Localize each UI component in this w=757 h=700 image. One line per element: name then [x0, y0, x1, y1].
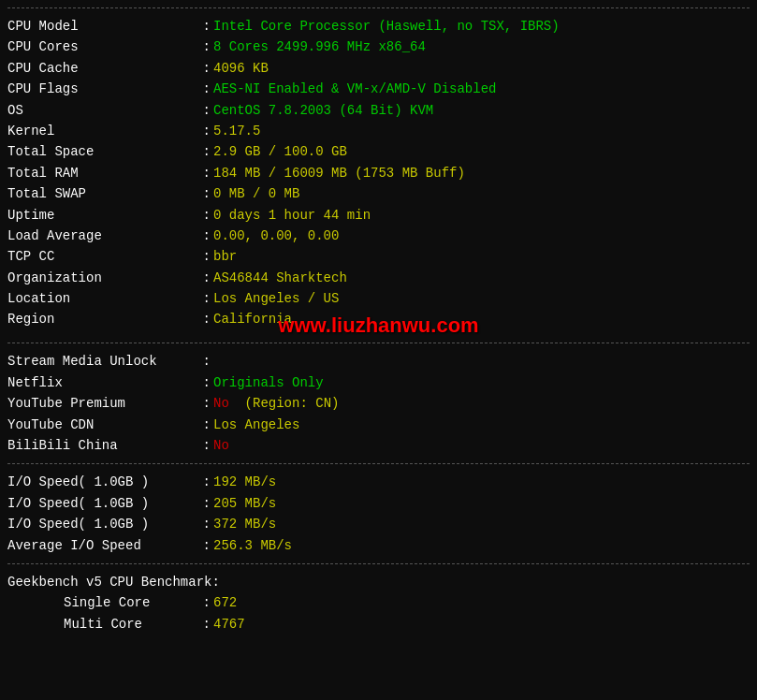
table-row: Netflix : Originals Only [7, 372, 750, 393]
table-row: CPU Cache : 4096 KB [7, 58, 750, 79]
table-row: OS : CentOS 7.8.2003 (64 Bit) KVM [7, 100, 750, 121]
colon: : [195, 472, 213, 492]
load-avg-label: Load Average [7, 226, 195, 246]
region-label: Region [7, 309, 195, 335]
cpu-cores-value: 8 Cores 2499.996 MHz x86_64 [213, 36, 426, 57]
colon: : [195, 493, 213, 514]
multi-core-value: 4767 [213, 614, 245, 634]
table-row: Stream Media Unlock : [7, 351, 750, 372]
table-row: I/O Speed( 1.0GB ) : 372 MB/s [7, 514, 750, 534]
table-row: BiliBili China : No [7, 435, 750, 456]
cpu-cache-value: 4096 KB [213, 58, 269, 79]
divider-top [7, 7, 750, 8]
colon: : [195, 288, 213, 309]
io1-value: 192 MB/s [213, 472, 276, 492]
cpu-cache-label: CPU Cache [7, 58, 195, 79]
table-row: Total Space : 2.9 GB / 100.0 GB [7, 141, 750, 162]
colon: : [195, 58, 213, 79]
watermark: www.liuzhanwu.com [278, 309, 478, 342]
os-value: CentOS 7.8.2003 (64 Bit) KVM [213, 100, 433, 121]
table-row: Total SWAP : 0 MB / 0 MB [7, 183, 750, 204]
colon: : [195, 351, 213, 372]
total-swap-label: Total SWAP [7, 183, 195, 204]
cpu-flags-label: CPU Flags [7, 79, 195, 99]
colon: : [195, 79, 213, 99]
benchmark-title: Geekbench v5 CPU Benchmark: [7, 572, 220, 592]
yt-cdn-label: YouTube CDN [7, 415, 195, 435]
divider-io [7, 463, 750, 464]
table-row: Total RAM : 184 MB / 16009 MB (1753 MB B… [7, 163, 750, 183]
colon: : [195, 372, 213, 393]
avg-io-value: 256.3 MB/s [213, 535, 292, 556]
cpu-model-value: Intel Core Processor (Haswell, no TSX, I… [213, 16, 560, 36]
table-row: I/O Speed( 1.0GB ) : 205 MB/s [7, 493, 750, 514]
tcp-cc-value: bbr [213, 246, 237, 267]
io3-label: I/O Speed( 1.0GB ) [7, 514, 195, 534]
system-section: CPU Model : Intel Core Processor (Haswel… [7, 12, 750, 339]
netflix-value: Originals Only [213, 372, 324, 393]
colon: : [195, 226, 213, 246]
colon: : [195, 614, 213, 634]
kernel-value: 5.17.5 [213, 121, 260, 141]
io2-label: I/O Speed( 1.0GB ) [7, 493, 195, 514]
colon: : [195, 592, 213, 613]
yt-premium-region: (Region: CN) [229, 393, 340, 414]
single-core-label: Single Core [64, 592, 195, 613]
colon: : [195, 309, 213, 335]
table-row: Load Average : 0.00, 0.00, 0.00 [7, 226, 750, 246]
table-row: CPU Cores : 8 Cores 2499.996 MHz x86_64 [7, 36, 750, 57]
colon: : [195, 121, 213, 141]
table-row: TCP CC : bbr [7, 246, 750, 267]
colon: : [195, 183, 213, 204]
colon: : [195, 514, 213, 534]
total-space-label: Total Space [7, 141, 195, 162]
cpu-cores-label: CPU Cores [7, 36, 195, 57]
table-row: Multi Core : 4767 [7, 614, 750, 634]
multi-core-label: Multi Core [64, 614, 195, 634]
io1-label: I/O Speed( 1.0GB ) [7, 472, 195, 492]
colon: : [195, 415, 213, 435]
bilibili-label: BiliBili China [7, 435, 195, 456]
colon: : [195, 535, 213, 556]
colon: : [195, 36, 213, 57]
colon: : [195, 16, 213, 36]
single-core-value: 672 [213, 592, 237, 613]
table-row: YouTube CDN : Los Angeles [7, 415, 750, 435]
table-row: Geekbench v5 CPU Benchmark: [7, 572, 750, 592]
table-row: I/O Speed( 1.0GB ) : 192 MB/s [7, 472, 750, 492]
benchmark-section: Geekbench v5 CPU Benchmark: Single Core … [7, 568, 750, 638]
stream-label: Stream Media Unlock [7, 351, 195, 372]
total-swap-value: 0 MB / 0 MB [213, 183, 299, 204]
table-row: Average I/O Speed : 256.3 MB/s [7, 535, 750, 556]
total-space-value: 2.9 GB / 100.0 GB [213, 141, 347, 162]
netflix-label: Netflix [7, 372, 195, 393]
colon: : [195, 163, 213, 183]
load-avg-value: 0.00, 0.00, 0.00 [213, 226, 339, 246]
org-label: Organization [7, 268, 195, 288]
total-ram-label: Total RAM [7, 163, 195, 183]
colon: : [195, 205, 213, 226]
yt-premium-no: No [213, 393, 229, 414]
cpu-flags-value: AES-NI Enabled & VM-x/AMD-V Disabled [213, 79, 496, 99]
kernel-label: Kernel [7, 121, 195, 141]
table-row: Uptime : 0 days 1 hour 44 min [7, 205, 750, 226]
cpu-model-label: CPU Model [7, 16, 195, 36]
avg-io-label: Average I/O Speed [7, 535, 195, 556]
colon: : [195, 268, 213, 288]
table-row: Location : Los Angeles / US [7, 288, 750, 309]
total-ram-value: 184 MB / 16009 MB (1753 MB Buff) [213, 163, 465, 183]
os-label: OS [7, 100, 195, 121]
colon: : [195, 393, 213, 414]
org-value: AS46844 Sharktech [213, 268, 347, 288]
table-row: Region : California www.liuzhanwu.com [7, 309, 750, 335]
io3-value: 372 MB/s [213, 514, 276, 534]
location-value: Los Angeles / US [213, 288, 339, 309]
table-row: YouTube Premium : No (Region: CN) [7, 393, 750, 414]
divider-stream [7, 343, 750, 343]
table-row: Organization : AS46844 Sharktech [7, 268, 750, 288]
uptime-value: 0 days 1 hour 44 min [213, 205, 371, 226]
uptime-label: Uptime [7, 205, 195, 226]
yt-cdn-value: Los Angeles [213, 415, 299, 435]
io-section: I/O Speed( 1.0GB ) : 192 MB/s I/O Speed(… [7, 468, 750, 560]
main-container: CPU Model : Intel Core Processor (Haswel… [0, 0, 757, 642]
